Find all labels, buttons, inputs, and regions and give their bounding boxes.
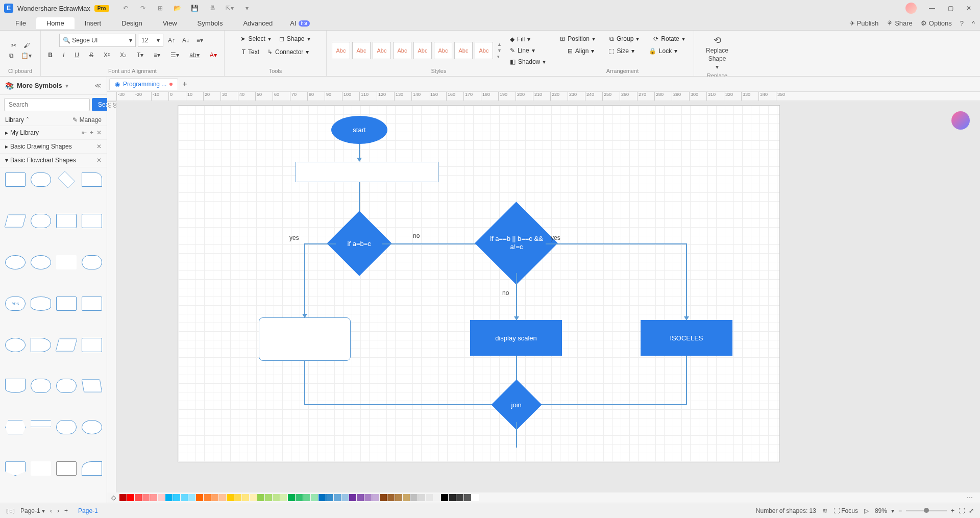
line-button[interactable]: ✎ Line ▾ [507, 45, 549, 56]
maximize-icon[interactable]: ▢ [943, 2, 958, 14]
font-size-select[interactable]: 12▾ [138, 34, 163, 47]
shape-input[interactable] [296, 162, 438, 182]
color-swatch[interactable] [334, 494, 341, 501]
menu-view[interactable]: View [153, 17, 187, 29]
connector-line[interactable] [304, 243, 336, 244]
color-swatch[interactable] [403, 494, 410, 501]
shape-connector[interactable] [5, 338, 26, 352]
fit-page-icon[interactable]: ⛶ [959, 507, 965, 514]
style-preset[interactable]: Abc [352, 42, 371, 59]
redo-icon[interactable]: ↷ [138, 3, 148, 13]
shape-cylinder[interactable] [31, 297, 51, 311]
shape-terminator[interactable] [31, 379, 51, 393]
color-swatch[interactable] [418, 494, 425, 501]
shadow-button[interactable]: ◧ Shadow ▾ [507, 57, 549, 67]
color-swatch[interactable] [456, 494, 463, 501]
shape-card[interactable] [82, 172, 102, 187]
color-swatch[interactable] [127, 494, 134, 501]
style-gallery[interactable]: Abc Abc Abc Abc Abc Abc Abc Abc ▲ ▼ ▾ [332, 42, 502, 59]
color-swatch[interactable] [318, 494, 326, 501]
color-swatch[interactable] [204, 494, 211, 501]
zoom-value[interactable]: 89% [875, 507, 887, 514]
open-icon[interactable]: 📂 [173, 3, 183, 13]
color-swatch[interactable] [234, 494, 241, 501]
shape-parallel[interactable] [31, 420, 51, 427]
style-preset[interactable]: Abc [332, 42, 350, 59]
group-button[interactable]: ⧉ Group▾ [606, 34, 642, 44]
collapse-panel-icon[interactable]: ≪ [94, 82, 102, 89]
shape-delay[interactable] [31, 338, 51, 352]
quick-more-icon[interactable]: ▾ [242, 3, 252, 13]
fill-button[interactable]: ◆ Fill ▾ [507, 34, 549, 44]
close-icon[interactable]: ✕ [962, 2, 976, 14]
publish-button[interactable]: ✈Publish [849, 19, 879, 27]
color-swatch[interactable] [188, 494, 195, 501]
style-preset[interactable]: Abc [475, 42, 493, 59]
paste-icon[interactable]: 📋▾ [18, 51, 34, 61]
shape-manual-input[interactable] [56, 338, 78, 351]
remove-icon[interactable]: ✕ [96, 157, 102, 164]
underline-icon[interactable]: U [72, 50, 82, 60]
shape-display[interactable] [56, 297, 77, 311]
add-tab-icon[interactable]: + [182, 80, 187, 89]
user-avatar[interactable] [905, 3, 917, 14]
connector-line[interactable] [382, 243, 484, 244]
style-preset[interactable]: Abc [434, 42, 452, 59]
shape-subproc[interactable] [56, 214, 77, 228]
color-swatch[interactable] [196, 494, 203, 501]
color-swatch[interactable] [426, 494, 433, 501]
shape-predef[interactable] [82, 214, 102, 228]
shape-doc[interactable] [5, 379, 26, 393]
ribbon-collapse-icon[interactable]: ^ [972, 19, 975, 27]
color-swatch[interactable] [273, 494, 280, 501]
minimize-icon[interactable]: — [925, 2, 939, 14]
color-swatch[interactable] [173, 494, 180, 501]
page-tab[interactable]: Page-1 [74, 507, 102, 514]
style-up-icon[interactable]: ▲ [497, 42, 502, 47]
shape-start[interactable]: start [331, 116, 387, 144]
menu-file[interactable]: File [5, 17, 36, 29]
color-swatch[interactable] [288, 494, 295, 501]
color-swatch[interactable] [150, 494, 157, 501]
connector-line[interactable] [304, 361, 305, 405]
text-tool[interactable]: TText [239, 47, 262, 57]
focus-button[interactable]: ⛶ Focus [834, 507, 858, 514]
page-select[interactable]: Page-1 ▾ [20, 507, 45, 514]
connector-line[interactable] [516, 422, 517, 448]
font-decrease-icon[interactable]: A↓ [180, 35, 192, 45]
layers-icon[interactable]: ≋ [822, 507, 827, 514]
color-swatch[interactable] [280, 494, 287, 501]
list-icon[interactable]: ☰▾ [168, 50, 182, 60]
color-swatch[interactable] [441, 494, 448, 501]
color-swatch[interactable] [364, 494, 372, 501]
menu-advanced[interactable]: Advanced [233, 17, 283, 29]
format-painter-icon[interactable]: 🖌 [21, 40, 32, 51]
color-swatch[interactable] [387, 494, 395, 501]
menu-symbols[interactable]: Symbols [187, 17, 233, 29]
shape-stadium[interactable] [56, 379, 77, 393]
shape-para[interactable] [5, 214, 27, 227]
shape-capsule[interactable] [56, 420, 77, 434]
strike-icon[interactable]: S [87, 50, 96, 60]
section-basic-flowchart[interactable]: ▾Basic Flowchart Shapes ✕ [0, 154, 107, 167]
color-swatch[interactable] [296, 494, 303, 501]
color-swatch[interactable] [472, 494, 479, 501]
font-increase-icon[interactable]: A↑ [165, 35, 178, 45]
more-colors-icon[interactable]: ⋯ [964, 494, 976, 501]
color-swatch[interactable] [357, 494, 364, 501]
export-icon[interactable]: ⇱▾ [225, 3, 235, 13]
canvas-scroll[interactable]: start if a=b=c yes no i [116, 101, 980, 492]
font-family-select[interactable]: 🔍 Segoe UI▾ [59, 34, 136, 47]
remove-icon[interactable]: ✕ [96, 129, 102, 136]
shape-offpage[interactable] [5, 461, 26, 476]
connector-tool[interactable]: ↳Connector ▾ [264, 47, 312, 57]
color-swatch[interactable] [395, 494, 402, 501]
shape-arrow[interactable] [31, 461, 51, 476]
shape-tool[interactable]: ◻Shape ▾ [276, 34, 313, 44]
menu-design[interactable]: Design [111, 17, 152, 29]
select-tool[interactable]: ➤Select ▾ [237, 34, 274, 44]
symbol-search-input[interactable] [4, 98, 90, 111]
shape-pill[interactable] [31, 214, 51, 228]
rotate-button[interactable]: ⟳ Rotate▾ [650, 34, 688, 44]
lock-button[interactable]: 🔒 Lock▾ [646, 46, 680, 56]
